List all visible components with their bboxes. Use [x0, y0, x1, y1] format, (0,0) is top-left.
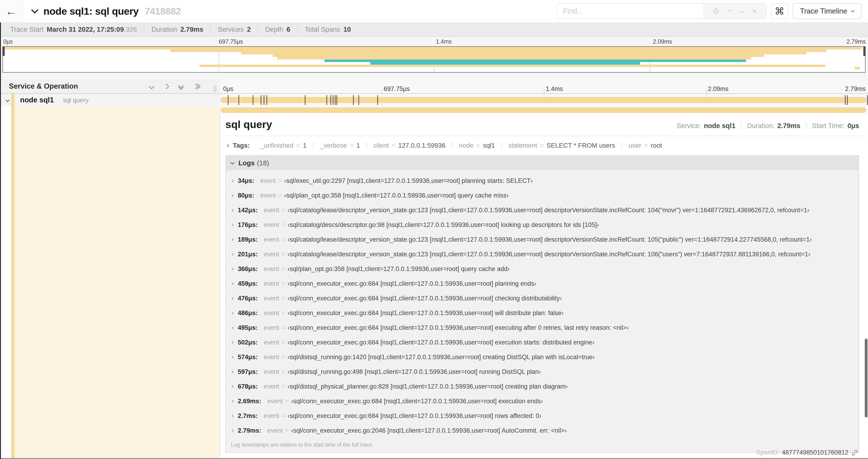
collapse-all-icon[interactable]: [179, 84, 183, 89]
expand-one-icon[interactable]: [163, 84, 169, 89]
trace-view-selector[interactable]: Trace Timeline: [793, 3, 862, 19]
log-expand-chevron-icon[interactable]: [230, 179, 234, 183]
column-resize-grip[interactable]: [214, 86, 216, 92]
log-entry[interactable]: 201μs: event = ‹sql/catalog/lease/descri…: [226, 247, 859, 262]
span-row-timeline-cell[interactable]: [220, 94, 868, 106]
log-expand-chevron-icon[interactable]: [230, 223, 234, 226]
detail-operation-title: sql query: [225, 119, 272, 131]
log-entry[interactable]: 678μs: event = ‹sql/distsql_physical_pla…: [226, 379, 859, 394]
minimap-span-row: [3, 65, 865, 67]
log-marker[interactable]: [305, 95, 305, 105]
stat-item: Depth 6: [258, 25, 298, 34]
find-prev-icon[interactable]: [728, 9, 732, 13]
timeline-header-row: Service & Operation 0μs 697.75μs 1.4ms 2…: [0, 79, 868, 94]
log-entry[interactable]: 176μs: event = ‹sql/catalog/descs/descri…: [226, 218, 859, 232]
log-expand-chevron-icon[interactable]: [230, 341, 234, 344]
log-expand-chevron-icon[interactable]: [230, 267, 234, 270]
log-marker[interactable]: [253, 95, 253, 105]
log-entry[interactable]: 502μs: event = ‹sql/conn_executor_exec.g…: [226, 335, 859, 350]
stat-label: Total Spans: [305, 25, 340, 34]
log-expand-chevron-icon[interactable]: [230, 297, 234, 300]
log-expand-chevron-icon[interactable]: [230, 194, 234, 197]
log-marker[interactable]: [359, 95, 359, 105]
log-marker[interactable]: [337, 95, 337, 105]
detail-start-time: Start Time:0μs: [806, 122, 859, 130]
log-marker[interactable]: [267, 95, 267, 105]
log-field-value: ‹sql/exec_util.go:2297 [nsql1,client=127…: [284, 177, 533, 185]
log-expand-chevron-icon[interactable]: [230, 385, 234, 388]
log-expand-chevron-icon[interactable]: [230, 400, 234, 403]
collapse-trace-chevron-icon[interactable]: [31, 6, 38, 13]
log-expand-chevron-icon[interactable]: [230, 282, 234, 285]
log-equals: =: [278, 177, 282, 185]
log-expand-chevron-icon[interactable]: [230, 209, 234, 212]
tags-row[interactable]: Tags: _unfinished = 1 _verbose = 1 clien…: [226, 141, 868, 150]
find-input[interactable]: [557, 4, 704, 19]
logs-label: Logs: [239, 159, 254, 167]
minimap-canvas[interactable]: [2, 46, 866, 73]
tag-equals: =: [350, 142, 353, 149]
log-timestamp: 2.79ms:: [238, 427, 261, 434]
log-entry[interactable]: 80μs: event = ‹sql/plan_opt.go:358 [nsql…: [226, 188, 859, 203]
log-entry[interactable]: 189μs: event = ‹sql/catalog/lease/descri…: [226, 232, 859, 247]
log-marker[interactable]: [239, 95, 239, 105]
log-field-value: ‹sql/distsql_running.go:1420 [nsql1,clie…: [287, 354, 594, 361]
log-expand-chevron-icon[interactable]: [230, 415, 234, 418]
log-field-key: event: [264, 368, 279, 375]
log-marker[interactable]: [260, 95, 261, 105]
log-marker[interactable]: [327, 95, 327, 105]
log-marker[interactable]: [353, 95, 354, 105]
stat-item: Services 2: [211, 25, 258, 34]
span-row-label-cell[interactable]: node sql1 sql query: [0, 94, 220, 106]
minimap-span-row: [3, 69, 865, 72]
focus-target-icon[interactable]: [712, 7, 720, 15]
minimap-right-drag-handle[interactable]: [863, 47, 865, 56]
log-marker[interactable]: [845, 95, 846, 105]
expand-all-icon[interactable]: [194, 85, 200, 88]
log-entry[interactable]: 2.69ms: event = ‹sql/conn_executor_exec.…: [226, 394, 859, 408]
collapse-one-icon[interactable]: [149, 84, 154, 89]
log-entry[interactable]: 142μs: event = ‹sql/catalog/lease/descri…: [226, 203, 859, 218]
tag-item: user = root: [622, 142, 669, 149]
span-collapse-chevron-icon[interactable]: [5, 98, 9, 102]
log-marker[interactable]: [377, 95, 378, 105]
log-expand-chevron-icon[interactable]: [230, 370, 234, 373]
log-marker[interactable]: [331, 95, 331, 105]
log-entry[interactable]: 366μs: event = ‹sql/plan_opt.go:358 [nsq…: [226, 262, 859, 276]
logs-collapse-chevron-icon[interactable]: [230, 161, 235, 165]
keyboard-shortcuts-button[interactable]: ⌘: [771, 3, 788, 19]
log-expand-chevron-icon[interactable]: [230, 238, 234, 241]
log-entry[interactable]: 459μs: event = ‹sql/conn_executor_exec.g…: [226, 276, 859, 291]
log-expand-chevron-icon[interactable]: [230, 253, 234, 256]
log-marker[interactable]: [335, 95, 336, 105]
log-entry[interactable]: 2.7ms: event = ‹sql/conn_executor_exec.g…: [226, 408, 859, 423]
log-entry[interactable]: 597μs: event = ‹sql/distsql_running.go:4…: [226, 365, 859, 379]
tags-expand-chevron-icon[interactable]: [226, 144, 229, 147]
log-timestamp: 2.7ms:: [238, 412, 258, 420]
log-entry[interactable]: 495μs: event = ‹sql/conn_executor_exec.g…: [226, 321, 859, 335]
find-next-icon[interactable]: [739, 9, 744, 13]
log-entry[interactable]: 34μs: event = ‹sql/exec_util.go:2297 [ns…: [226, 173, 859, 188]
log-expand-chevron-icon[interactable]: [230, 356, 234, 359]
log-expand-chevron-icon[interactable]: [230, 326, 234, 329]
minimap-left-drag-handle[interactable]: [3, 47, 5, 56]
log-marker[interactable]: [264, 95, 265, 105]
logs-header[interactable]: Logs (18): [226, 156, 859, 170]
vertical-scrollbar-thumb[interactable]: [865, 339, 868, 418]
log-entry[interactable]: 574μs: event = ‹sql/distsql_running.go:1…: [226, 350, 859, 365]
log-marker[interactable]: [333, 95, 334, 105]
link-icon[interactable]: [851, 449, 858, 456]
find-clear-icon[interactable]: ✕: [751, 8, 757, 15]
span-duration-bar[interactable]: [221, 97, 867, 103]
log-marker[interactable]: [867, 95, 868, 105]
log-entry[interactable]: 486μs: event = ‹sql/conn_executor_exec.g…: [226, 306, 859, 321]
log-marker[interactable]: [847, 95, 848, 105]
log-timestamp: 2.69ms:: [238, 398, 261, 405]
log-entry[interactable]: 2.79ms: event = ‹sql/conn_executor_exec.…: [226, 423, 859, 438]
window-bottom-edge: [0, 458, 868, 459]
log-expand-chevron-icon[interactable]: [230, 312, 234, 315]
back-button[interactable]: ←: [0, 0, 22, 22]
log-entry[interactable]: 476μs: event = ‹sql/conn_executor_exec.g…: [226, 291, 859, 306]
log-expand-chevron-icon[interactable]: [230, 429, 234, 432]
log-marker[interactable]: [228, 95, 228, 105]
